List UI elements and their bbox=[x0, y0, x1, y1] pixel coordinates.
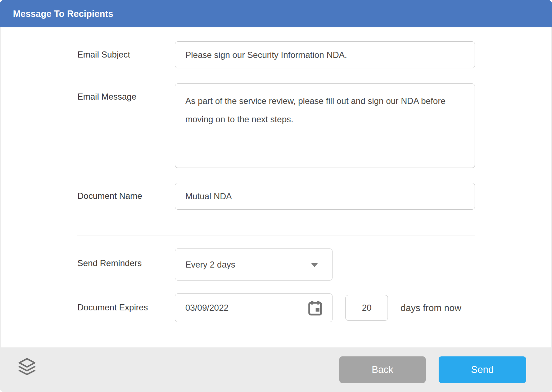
message-to-recipients-dialog: Message To Recipients Email Subject Emai… bbox=[0, 0, 552, 392]
days-from-now-label: days from now bbox=[401, 302, 461, 314]
expires-days-input[interactable] bbox=[345, 295, 388, 321]
document-name-label: Document Name bbox=[77, 191, 142, 201]
email-subject-input[interactable] bbox=[175, 41, 475, 68]
layers-icon[interactable] bbox=[17, 357, 37, 376]
dialog-footer: Back Send bbox=[0, 347, 552, 392]
calendar-icon[interactable] bbox=[307, 300, 323, 319]
back-button[interactable]: Back bbox=[339, 356, 426, 383]
document-name-input[interactable] bbox=[175, 183, 475, 210]
section-divider bbox=[77, 236, 475, 236]
document-expires-label: Document Expires bbox=[77, 302, 148, 313]
send-reminders-select[interactable]: Every 2 days bbox=[175, 249, 332, 281]
email-message-label: Email Message bbox=[77, 92, 136, 102]
document-expires-date-input[interactable]: 03/09/2022 bbox=[175, 293, 332, 322]
email-subject-label: Email Subject bbox=[77, 50, 130, 60]
email-message-textarea[interactable]: As part of the service review, please fi… bbox=[175, 83, 475, 168]
date-value: 03/09/2022 bbox=[185, 303, 229, 313]
dialog-body: Email Subject Email Message As part of t… bbox=[1, 27, 551, 347]
send-button[interactable]: Send bbox=[439, 356, 526, 383]
chevron-down-icon bbox=[311, 263, 318, 267]
dialog-title: Message To Recipients bbox=[13, 9, 113, 19]
dialog-header: Message To Recipients bbox=[0, 0, 552, 27]
send-reminders-label: Send Reminders bbox=[77, 258, 142, 268]
send-reminders-selected-value: Every 2 days bbox=[185, 260, 235, 270]
